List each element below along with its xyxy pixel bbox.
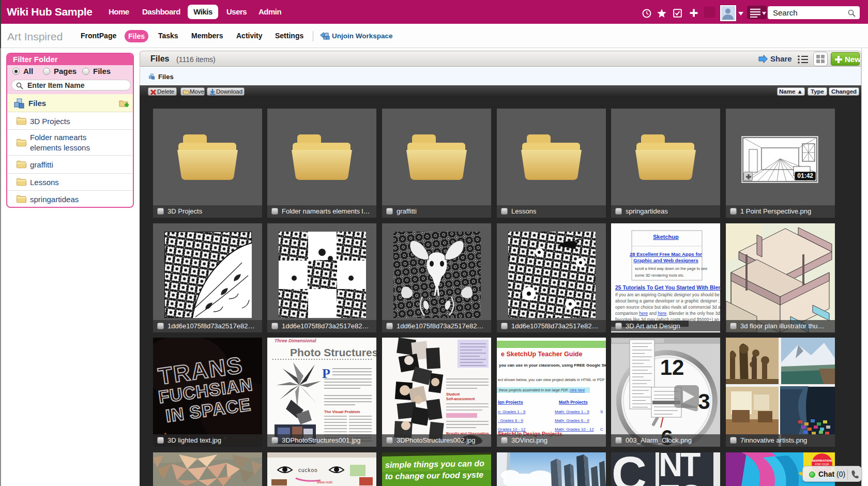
svg-text:IC: IC	[611, 452, 646, 486]
svg-text:Photo Structures: Photo Structures	[290, 346, 376, 358]
svg-text:Graphic and Web designers: Graphic and Web designers	[633, 257, 698, 263]
svg-text:: Grades 6 - 9: : Grades 6 - 9	[498, 418, 523, 423]
svg-text:comparison here and here. Blen: comparison here and here. Blender is the…	[615, 311, 720, 316]
svg-text:simple things you can do: simple things you can do	[385, 459, 485, 469]
svg-text:these projects assembled in on: these projects assembled in one large PD…	[499, 388, 585, 392]
svg-text:ect shown below, you can: ect shown below, you can view project de…	[498, 377, 606, 382]
svg-text:www.nubi: www.nubi	[316, 480, 332, 484]
svg-text:12: 12	[660, 355, 684, 379]
svg-text:to change our food syste: to change our food syste	[385, 470, 484, 481]
svg-text:you can use in your class: you can use in your classroom, using FRE…	[499, 363, 606, 368]
svg-text:open source choice but also ri: open source choice but also rivals all c…	[615, 305, 720, 310]
svg-text:If you are an aspiring Graphic: If you are an aspiring Graphic designer …	[615, 292, 720, 297]
svg-text:ign Projects: ign Projects	[498, 400, 523, 405]
svg-text:Self-assessment: Self-assessment	[446, 397, 475, 401]
svg-text:Math: Grades 1 - 5: Math: Grades 1 - 5	[555, 409, 589, 414]
svg-text:3: 3	[698, 389, 710, 414]
svg-text:C: C	[600, 427, 603, 432]
svg-text:Student: Student	[446, 392, 460, 396]
svg-text:n: Grades 1 - 5: n: Grades 1 - 5	[498, 409, 526, 414]
svg-text:Sketchup: Sketchup	[653, 234, 679, 240]
svg-text:some 3D rendering tools etc.: some 3D rendering tools etc.	[635, 273, 684, 278]
svg-text:The Visual Problem: The Visual Problem	[324, 409, 360, 414]
svg-text:e SketchUp Teacher Guide: e SketchUp Teacher Guide	[501, 351, 583, 358]
svg-text:Math: Grades 6 - 9: Math: Grades 6 - 9	[555, 418, 589, 423]
svg-text:about being a game developer o: about being a game developer or a graphi…	[615, 298, 720, 303]
svg-text:25 Tutorials To Get You Starte: 25 Tutorials To Get You Started With Ble…	[615, 284, 720, 291]
svg-text:Math Projects: Math Projects	[559, 400, 588, 405]
svg-text:S: S	[600, 409, 603, 414]
svg-text:EC: EC	[659, 478, 702, 486]
svg-text:cuckoo: cuckoo	[298, 467, 318, 473]
svg-text:scroll a third way down on the: scroll a third way down on the page to s…	[635, 266, 707, 271]
svg-text:Three Dimensional: Three Dimensional	[275, 338, 316, 343]
svg-text:INSPIRATION: INSPIRATION	[812, 459, 832, 462]
svg-text:28 Excellent Free Mac Apps for: 28 Excellent Free Mac Apps for	[630, 251, 702, 257]
